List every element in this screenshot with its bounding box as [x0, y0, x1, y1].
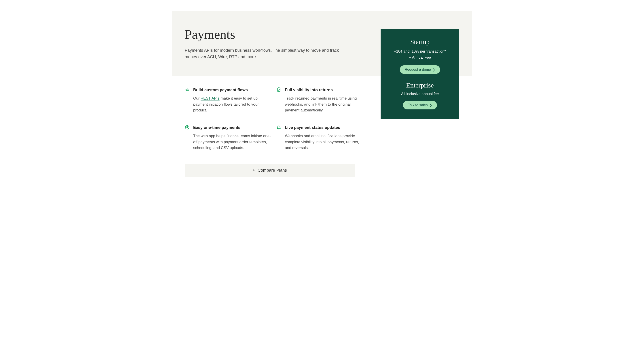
feature-item: Full visibility into returns Track retur… [276, 88, 364, 113]
clipboard-check-icon [276, 87, 281, 93]
tier-name: Startup [387, 38, 452, 46]
feature-text-pre: Our [193, 96, 200, 101]
dollar-circle-icon [185, 125, 190, 131]
request-demo-button[interactable]: Request a demo ❯ [400, 65, 440, 74]
tier-subtitle: All-inclusive annual fee [387, 92, 452, 96]
rest-apis-link[interactable]: REST APIs [200, 96, 220, 101]
cta-label: Request a demo [405, 68, 431, 72]
feature-title: Easy one-time payments [193, 125, 272, 130]
talk-to-sales-button[interactable]: Talk to sales ❯ [403, 101, 437, 109]
bell-icon [276, 125, 281, 131]
feature-body: Webhooks and email notifications provide… [285, 133, 364, 151]
feature-item: Easy one-time payments The web app helps… [185, 125, 272, 151]
page-subtitle: Payments APIs for modern business workfl… [185, 47, 346, 60]
feature-title: Full visibility into returns [285, 88, 364, 92]
feature-body: The web app helps finance teams initiate… [193, 133, 272, 151]
chevron-right-icon: ❯ [433, 68, 435, 71]
feature-item: Build custom payment flows Our REST APIs… [185, 88, 272, 113]
chevron-right-icon: ❯ [430, 104, 432, 107]
tier-name: Enterprise [387, 82, 452, 89]
arrows-icon [185, 87, 190, 93]
pricing-tier-enterprise: Enterprise All-inclusive annual fee Talk… [387, 82, 452, 109]
cta-label: Talk to sales [408, 103, 428, 107]
plus-icon: + [252, 168, 255, 173]
feature-title: Build custom payment flows [193, 88, 272, 92]
feature-title: Live payment status updates [285, 125, 364, 130]
compare-plans-button[interactable]: + Compare Plans [185, 164, 355, 177]
pricing-tier-startup: Startup +10¢ and .10% per transaction* +… [387, 38, 452, 74]
price-line: +10¢ and .10% per transaction* [387, 48, 452, 54]
feature-item: Live payment status updates Webhooks and… [276, 125, 364, 151]
feature-body: Our REST APIs make it easy to set up pay… [193, 96, 272, 113]
pricing-card: Startup +10¢ and .10% per transaction* +… [380, 29, 459, 119]
price-line: + Annual Fee [387, 54, 452, 60]
feature-body: Track returned payments in real time usi… [285, 96, 364, 113]
tier-price: +10¢ and .10% per transaction* + Annual … [387, 48, 452, 60]
compare-plans-label: Compare Plans [258, 168, 287, 173]
